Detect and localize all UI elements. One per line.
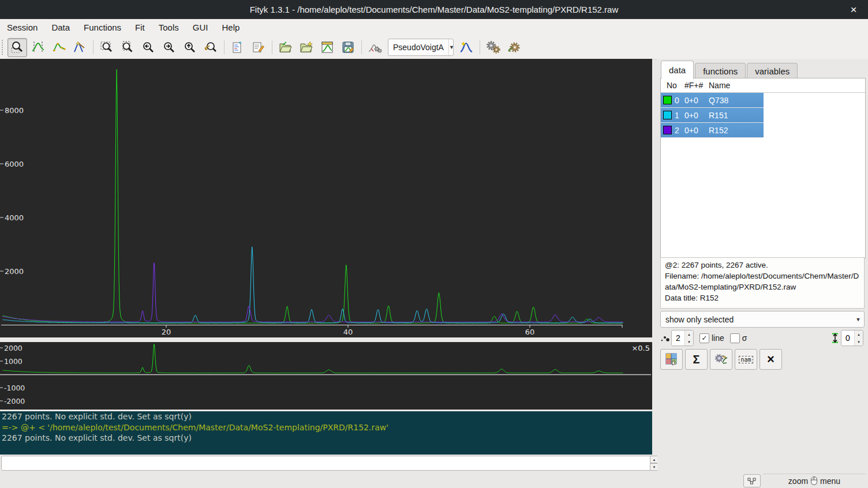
save-floppy-icon	[341, 40, 355, 54]
drag-peak-mode-button[interactable]	[70, 38, 89, 57]
spin-down-icon[interactable]: ▼	[685, 338, 693, 346]
mouse-hints: zoom menu	[763, 474, 866, 487]
close-icon[interactable]: ×	[845, 0, 862, 19]
menu-session[interactable]: Session	[0, 20, 44, 35]
data-table-button[interactable]	[660, 349, 683, 370]
svg-text:20: 20	[162, 328, 171, 336]
magnifier-icon	[10, 40, 24, 54]
sum-datasets-button[interactable]: Σ	[685, 349, 708, 370]
transform-data-button[interactable]	[710, 349, 732, 370]
strip-background-icon	[368, 40, 383, 54]
column-header-name[interactable]: Name	[706, 81, 764, 90]
function-type-select[interactable]: PseudoVoigtA ▼	[388, 39, 454, 56]
open-session-button[interactable]	[276, 38, 295, 57]
dataset-color-swatch[interactable]	[663, 111, 672, 119]
window-title: Fityk 1.3.1 - /home/aleplo/test/Document…	[250, 5, 619, 14]
main-plot[interactable]: 8000600040002000204060	[0, 59, 652, 337]
svg-text:2000: 2000	[5, 267, 24, 276]
fit-run-button[interactable]	[484, 38, 503, 57]
data-table-icon	[665, 352, 679, 366]
column-header-no[interactable]: No	[661, 81, 682, 90]
delete-dataset-button[interactable]: ×	[760, 349, 782, 370]
zoom-up-icon	[183, 40, 197, 54]
point-size-value: 2	[672, 331, 684, 346]
info-filename: Filename: /home/aleplo/test/Documents/Ch…	[665, 271, 860, 292]
output-console[interactable]: 2267 points. No explicit std. dev. Set a…	[0, 411, 652, 455]
auto-add-peak-button[interactable]	[457, 38, 476, 57]
check-icon: ✓	[701, 334, 707, 342]
rename-dataset-button[interactable]: nam	[735, 349, 757, 370]
command-row: ▲ ▼	[0, 456, 659, 472]
dataset-no: 1	[675, 111, 679, 120]
open-folder-icon	[278, 40, 293, 54]
shift-spinner[interactable]: 0 ▲ ▼	[841, 330, 863, 346]
spin-up-icon[interactable]: ▲	[855, 331, 863, 338]
menu-gui[interactable]: GUI	[186, 20, 215, 35]
aux-plot[interactable]: 20001000-1000-2000 ×0.5	[0, 342, 652, 410]
fit-continue-icon	[507, 40, 522, 54]
save-session-button[interactable]	[338, 38, 358, 57]
svg-text:6000: 6000	[5, 160, 24, 168]
status-config-button[interactable]	[743, 474, 761, 487]
edit-script-icon	[252, 40, 265, 54]
strip-background-button[interactable]	[365, 38, 385, 57]
log-script-button[interactable]	[228, 38, 248, 57]
zoom-left-button[interactable]	[139, 38, 158, 57]
execute-script-button[interactable]	[297, 38, 316, 57]
toolbar: PseudoVoigtA ▼	[0, 36, 868, 59]
toolbar-separator	[93, 40, 93, 54]
toolbar-separator	[224, 40, 225, 54]
previous-zoom-button[interactable]	[201, 38, 220, 57]
add-peak-mode-button[interactable]	[49, 38, 69, 57]
sigma-checkbox[interactable]	[730, 333, 740, 343]
script-log-icon	[231, 40, 245, 54]
svg-text:1000: 1000	[4, 357, 23, 366]
zoom-all-icon	[100, 40, 114, 54]
fit-continue-button[interactable]	[504, 38, 524, 57]
menu-fit[interactable]: Fit	[128, 20, 152, 35]
menu-functions[interactable]: Functions	[77, 20, 128, 35]
function-type-value: PseudoVoigtA	[388, 43, 448, 52]
dataset-color-swatch[interactable]	[663, 126, 672, 134]
zoom-all-button[interactable]	[97, 38, 117, 57]
execute-script-icon	[299, 40, 314, 54]
dataset-info: @2: 2267 points, 2267 active. Filename: …	[660, 257, 865, 309]
line-checkbox[interactable]: ✓	[699, 333, 709, 343]
aux-plot-canvas: 20001000-1000-2000	[0, 342, 652, 410]
edit-script-button[interactable]	[249, 38, 268, 57]
console-line: 2267 points. No explicit std. dev. Set a…	[0, 411, 652, 422]
dataset-color-swatch[interactable]	[663, 96, 672, 104]
toolbar-separator	[480, 40, 480, 54]
command-input[interactable]	[1, 456, 651, 471]
zoom-mode-button[interactable]	[8, 38, 27, 57]
spin-down-icon[interactable]: ▼	[855, 338, 863, 346]
tab-data[interactable]: data	[661, 61, 694, 79]
zoom-up-button[interactable]	[180, 38, 200, 57]
show-only-selected-select[interactable]: show only selected ▼	[660, 311, 865, 326]
tab-functions[interactable]: functions	[695, 63, 746, 79]
spin-up-icon[interactable]: ▲	[685, 331, 693, 338]
table-row[interactable]: 2 0+0 R152	[661, 123, 764, 138]
zoom-right-button[interactable]	[159, 38, 179, 57]
line-label[interactable]: line	[712, 333, 724, 343]
delete-icon: ×	[767, 354, 775, 365]
tab-variables[interactable]: variables	[747, 63, 798, 79]
dataset-no: 0	[675, 96, 679, 105]
svg-text:-2000: -2000	[4, 397, 25, 406]
menu-data[interactable]: Data	[44, 20, 77, 35]
table-row[interactable]: 0 0+0 Q738	[661, 93, 764, 108]
toolbar-grip[interactable]	[2, 40, 7, 55]
menu-tools[interactable]: Tools	[152, 20, 186, 35]
rename-icon: nam	[739, 356, 753, 363]
point-size-spinner[interactable]: 2 ▲ ▼	[671, 330, 694, 346]
zoom-right-icon	[162, 40, 176, 54]
svg-text:4000: 4000	[5, 213, 24, 222]
table-row[interactable]: 1 0+0 R151	[661, 108, 764, 123]
column-header-ff[interactable]: #F+#	[682, 81, 706, 90]
range-mode-button[interactable]	[28, 38, 48, 57]
export-image-button[interactable]	[317, 38, 337, 57]
menu-help[interactable]: Help	[215, 20, 246, 35]
sigma-label[interactable]: σ	[742, 333, 747, 343]
zoom-vertical-button[interactable]	[118, 38, 137, 57]
data-buttons: Σ nam ×	[660, 349, 782, 370]
